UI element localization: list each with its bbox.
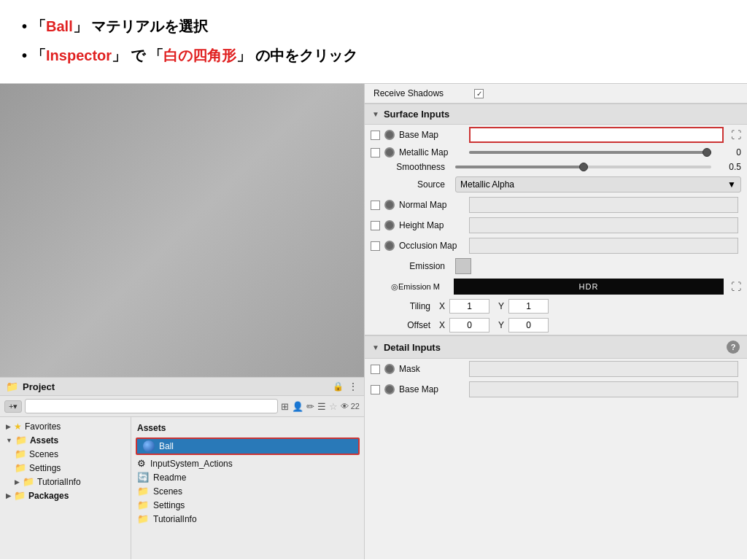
readme-asset-item[interactable]: 🔄 Readme — [131, 470, 364, 484]
tiling-x-input[interactable] — [449, 299, 489, 314]
metallic-map-checkbox[interactable] — [371, 148, 380, 158]
source-label: Source — [371, 179, 451, 190]
settings-folder-icon: 📁 — [15, 462, 26, 473]
hdr-box[interactable]: HDR — [454, 279, 724, 295]
add-button[interactable]: +▾ — [4, 400, 22, 413]
tutorialinfo-asset-item[interactable]: 📁 TutorialInfo — [131, 512, 364, 526]
receive-shadows-row: Receive Shadows — [365, 84, 747, 103]
occlusion-map-label: Occlusion Map — [399, 241, 465, 251]
readme-icon: 🔄 — [137, 472, 149, 483]
base-map-input[interactable] — [469, 127, 724, 143]
receive-shadows-checkbox[interactable] — [474, 89, 484, 98]
detail-section: ▼ Detail Inputs ? Mask Base Map — [365, 335, 747, 400]
favorites-tree-item[interactable]: ▶ ★ Favorites — [0, 420, 131, 433]
scenes-asset-item[interactable]: 📁 Scenes — [131, 484, 364, 498]
offset-x-input[interactable] — [449, 318, 489, 332]
normal-map-checkbox[interactable] — [371, 201, 380, 210]
inputsystem-asset-item[interactable]: ⚙ InputSystem_Actions — [131, 456, 364, 470]
assets-label: Assets — [30, 435, 58, 446]
filter-icon[interactable]: ☰ — [317, 401, 326, 412]
scenes-folder-icon: 📁 — [15, 448, 26, 459]
source-row: Source Metallic Alpha ▼ — [365, 174, 747, 195]
height-map-input[interactable] — [469, 217, 738, 233]
scenes-asset-label: Scenes — [153, 486, 182, 497]
tiling-x-label: X — [439, 301, 445, 311]
instruction-line-1: 「Ball」 マテリアルを選択 — [22, 13, 725, 39]
project-content: ▶ ★ Favorites ▼ 📁 Assets 📁 Scenes — [0, 417, 364, 559]
ball-text: Ball — [46, 18, 73, 34]
base-map-pick-icon[interactable]: ⛶ — [731, 129, 741, 141]
source-value: Metallic Alpha — [460, 179, 514, 190]
tutorialinfo-arrow: ▶ — [15, 478, 20, 486]
mask-label: Mask — [399, 364, 465, 374]
tutorialinfo-tree-item[interactable]: ▶ 📁 TutorialInfo — [0, 475, 131, 489]
mask-input[interactable] — [469, 361, 738, 377]
base-map-checkbox[interactable] — [371, 131, 380, 140]
tutorialinfo-asset-folder-icon: 📁 — [137, 513, 149, 524]
occlusion-map-input[interactable] — [469, 238, 738, 254]
assets-tree-item[interactable]: ▼ 📁 Assets — [0, 433, 131, 447]
white-square-text: 白の四角形 — [163, 47, 236, 63]
favorites-star-icon: ★ — [14, 421, 22, 432]
occlusion-map-checkbox[interactable] — [371, 241, 380, 251]
packages-label: Packages — [28, 491, 69, 501]
height-map-checkbox[interactable] — [371, 221, 380, 230]
viewport — [0, 84, 364, 377]
packages-folder-icon: 📁 — [14, 490, 26, 501]
mask-checkbox[interactable] — [371, 365, 380, 374]
detail-base-map-input[interactable] — [469, 381, 738, 397]
metallic-map-label: Metallic Map — [399, 147, 465, 158]
packages-tree-item[interactable]: ▶ 📁 Packages — [0, 489, 131, 502]
help-icon[interactable]: ? — [727, 341, 740, 354]
detail-base-map-icon — [384, 384, 395, 394]
base-map-icon — [384, 130, 395, 140]
ball-asset-item[interactable]: Ball — [136, 438, 360, 455]
normal-map-label: Normal Map — [399, 200, 465, 210]
emission-sub-label: ◎Emission M — [391, 282, 449, 292]
viewport-inner — [0, 84, 364, 377]
emission-pick-icon[interactable]: ⛶ — [731, 281, 741, 292]
packages-arrow: ▶ — [6, 492, 11, 499]
readme-label: Readme — [153, 472, 186, 483]
project-panel: 📁 Project 🔒 ⋮ +▾ ⊞ 👤 ✏ ☰ ☆ 👁 22 — [0, 377, 364, 559]
tiling-y-input[interactable] — [508, 299, 549, 314]
surface-inputs-header[interactable]: ▼ Surface Inputs — [365, 104, 747, 125]
favorites-label: Favorites — [25, 421, 61, 432]
settings-asset-item[interactable]: 📁 Settings — [131, 498, 364, 512]
grid-icon[interactable]: ⊞ — [281, 401, 289, 412]
project-title: Project — [23, 381, 55, 392]
normal-map-input[interactable] — [469, 197, 738, 213]
offset-y-input[interactable] — [508, 318, 549, 332]
inspector-text: Inspector — [46, 47, 112, 63]
offset-y-label: Y — [498, 320, 504, 330]
assets-folder-icon: 📁 — [15, 435, 27, 446]
instruction-line-2: 「Inspector」 で 「白の四角形」 の中をクリック — [22, 42, 725, 69]
height-map-label: Height Map — [399, 220, 465, 230]
tutorialinfo-folder-icon: 📁 — [23, 476, 34, 487]
scenes-tree-item[interactable]: 📁 Scenes — [0, 447, 131, 461]
smoothness-slider-track[interactable] — [455, 166, 711, 168]
normal-map-icon — [384, 200, 395, 210]
project-header: 📁 Project 🔒 ⋮ — [0, 378, 364, 396]
metallic-slider-track[interactable] — [469, 151, 707, 154]
assets-panel: Assets Ball ⚙ InputSystem_Actions 🔄 Read… — [131, 417, 364, 559]
tutorialinfo-asset-label: TutorialInfo — [153, 514, 197, 524]
emission-color-box[interactable] — [455, 258, 471, 274]
settings-asset-label: Settings — [153, 500, 185, 510]
surface-inputs-label: Surface Inputs — [384, 109, 449, 120]
source-dropdown[interactable]: Metallic Alpha ▼ — [455, 176, 741, 192]
inputsystem-label: InputSystem_Actions — [150, 459, 233, 469]
detail-base-map-checkbox[interactable] — [371, 385, 380, 394]
emission-row: Emission — [365, 256, 747, 276]
detail-inputs-header[interactable]: ▼ Detail Inputs ? — [365, 336, 747, 359]
tiling-row: Tiling X Y — [365, 297, 747, 316]
person-icon[interactable]: 👤 — [292, 401, 303, 412]
settings-tree-item[interactable]: 📁 Settings — [0, 461, 131, 475]
more-icon[interactable]: ⋮ — [348, 381, 358, 392]
search-input[interactable] — [25, 399, 277, 413]
assets-arrow: ▼ — [6, 437, 12, 444]
emission-sub-row: ◎Emission M HDR ⛶ — [365, 276, 747, 297]
ball-sphere-icon — [143, 440, 155, 452]
pencil-icon[interactable]: ✏ — [306, 401, 314, 412]
star-toolbar-icon[interactable]: ☆ — [329, 401, 338, 412]
